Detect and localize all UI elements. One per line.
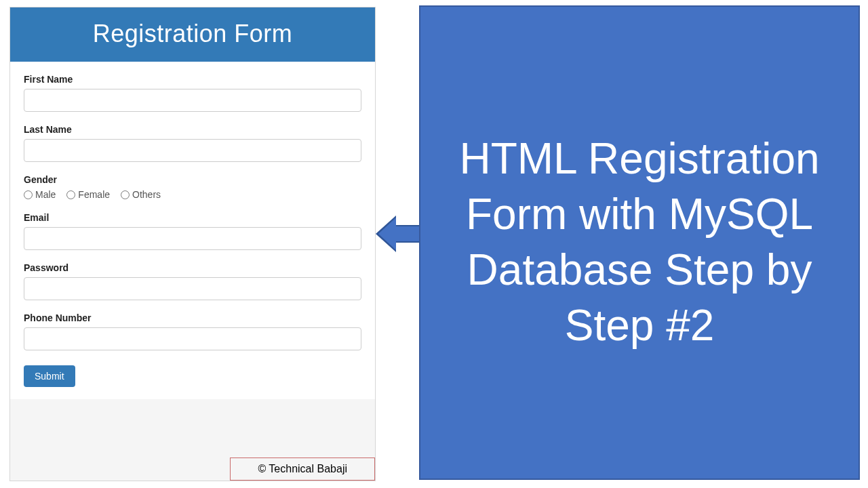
field-last-name: Last Name: [24, 124, 361, 162]
radio-others[interactable]: [121, 190, 130, 199]
radio-male-wrap[interactable]: Male: [24, 189, 56, 200]
input-first-name[interactable]: [24, 89, 361, 112]
form-body: First Name Last Name Gender Male Female: [10, 62, 375, 399]
label-first-name: First Name: [24, 74, 361, 85]
label-email: Email: [24, 212, 361, 223]
form-title: Registration Form: [10, 7, 375, 62]
radio-others-wrap[interactable]: Others: [121, 189, 161, 200]
label-password: Password: [24, 262, 361, 273]
field-email: Email: [24, 212, 361, 250]
title-panel: HTML Registration Form with MySQL Databa…: [419, 5, 860, 480]
input-email[interactable]: [24, 227, 361, 250]
submit-button[interactable]: Submit: [24, 365, 75, 387]
footer-credit: © Technical Babaji: [258, 463, 347, 475]
radio-female-label: Female: [78, 189, 110, 200]
input-password[interactable]: [24, 277, 361, 300]
field-first-name: First Name: [24, 74, 361, 112]
radio-others-label: Others: [132, 189, 161, 200]
form-panel: Registration Form First Name Last Name G…: [9, 7, 376, 481]
radio-male[interactable]: [24, 190, 33, 199]
label-phone: Phone Number: [24, 312, 361, 323]
footer-credit-box: © Technical Babaji: [230, 458, 375, 481]
radio-female-wrap[interactable]: Female: [66, 189, 110, 200]
field-phone: Phone Number: [24, 312, 361, 350]
field-password: Password: [24, 262, 361, 300]
field-gender: Gender Male Female Others: [24, 174, 361, 200]
arrow-left-icon: [378, 216, 420, 252]
title-text: HTML Registration Form with MySQL Databa…: [437, 131, 842, 354]
radio-male-label: Male: [35, 189, 56, 200]
radio-female[interactable]: [66, 190, 75, 199]
input-last-name[interactable]: [24, 139, 361, 162]
label-last-name: Last Name: [24, 124, 361, 135]
input-phone[interactable]: [24, 327, 361, 350]
gender-options: Male Female Others: [24, 189, 361, 200]
label-gender: Gender: [24, 174, 361, 185]
